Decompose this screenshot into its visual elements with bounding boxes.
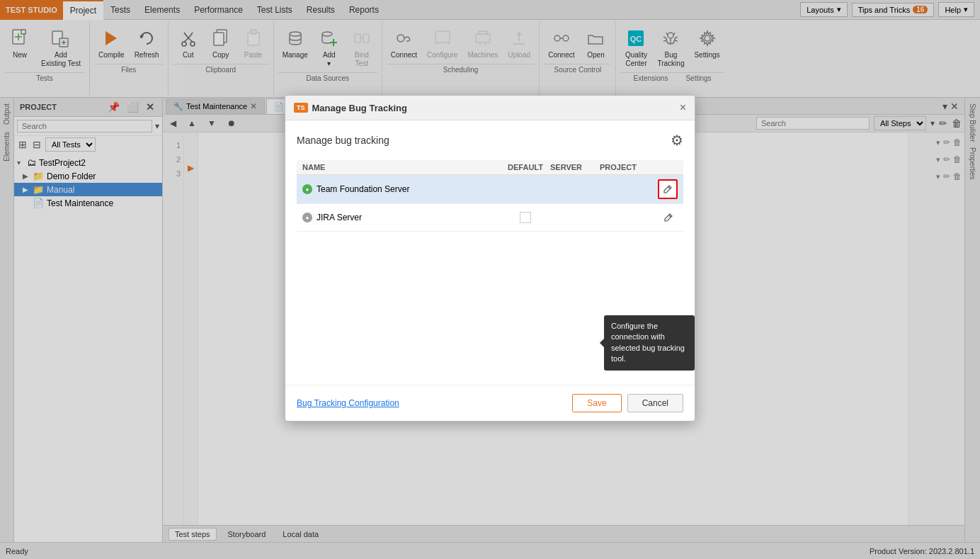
jira-status-dot: ● [302,213,312,222]
modal-header: TS Manage Bug Tracking × [285,96,695,120]
bug-tracking-config-link[interactable]: Bug Tracking Configuration [297,398,399,408]
modal-row-tfs[interactable]: ● Team Foundation Server [297,175,683,204]
jira-edit-button[interactable] [659,208,678,227]
manage-bug-tracking-dialog: TS Manage Bug Tracking × Manage bug trac… [285,95,695,422]
jira-default-cell [501,212,550,223]
modal-logo: TS [294,103,308,113]
modal-row-jira[interactable]: ● JIRA Server [297,204,683,232]
tfs-status-dot: ● [302,184,312,194]
svg-line-52 [668,187,671,189]
modal-close-button[interactable]: × [680,101,686,114]
col-header-server: SERVER [550,163,600,171]
jira-name-label: JIRA Server [317,213,362,222]
col-header-default: DEFAULT [501,163,550,171]
tooltip-box: Configure the connection with selected b… [604,315,695,371]
tfs-name-label: Team Foundation Server [317,184,409,194]
tfs-name-cell: ● Team Foundation Server [302,184,501,194]
svg-line-53 [669,215,671,218]
jira-actions-cell [649,208,678,227]
modal-title: TS Manage Bug Tracking [294,103,407,113]
tooltip-text: Configure the connection with selected b… [611,322,685,363]
jira-default-checkbox[interactable] [520,212,531,223]
cancel-button[interactable]: Cancel [627,394,683,412]
col-header-project: PROJECT [600,163,649,171]
save-button[interactable]: Save [572,394,621,412]
modal-table-header: NAME DEFAULT SERVER PROJECT [297,160,683,175]
modal-settings-icon[interactable]: ⚙ [671,132,683,149]
modal-subtitle: Manage bug tracking ⚙ [297,132,683,149]
modal-overlay: TS Manage Bug Tracking × Manage bug trac… [0,0,980,559]
modal-footer: Bug Tracking Configuration Save Cancel [285,385,695,421]
tfs-actions-cell [649,179,678,199]
tfs-edit-button[interactable] [658,179,678,199]
col-header-name: NAME [302,163,501,171]
jira-name-cell: ● JIRA Server [302,213,501,222]
modal-action-buttons: Save Cancel [572,394,683,412]
